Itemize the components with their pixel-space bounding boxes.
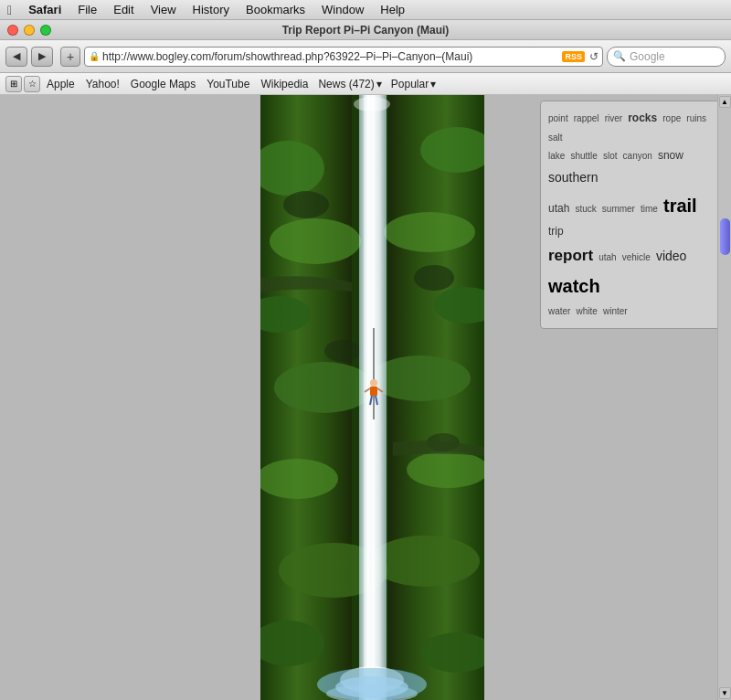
menu-history[interactable]: History	[185, 1, 237, 18]
search-icon: 🔍	[613, 50, 626, 62]
window-controls	[7, 25, 51, 36]
tag-time[interactable]: time	[641, 204, 658, 214]
news-arrow: ▾	[376, 78, 382, 90]
menu-bookmarks[interactable]: Bookmarks	[238, 1, 313, 18]
svg-rect-23	[359, 95, 387, 700]
apple-logo[interactable]: 	[7, 3, 12, 17]
svg-point-26	[354, 97, 390, 111]
svg-point-6	[270, 218, 361, 264]
svg-point-13	[384, 212, 475, 252]
minimize-button[interactable]	[24, 25, 35, 36]
main-content: point rappel river rocks rope ruins salt…	[0, 95, 731, 700]
forward-button[interactable]: ▶	[31, 47, 53, 67]
svg-point-19	[283, 191, 329, 218]
svg-point-21	[414, 265, 454, 291]
scroll-up-button[interactable]: ▲	[719, 96, 731, 108]
tag-shuttle[interactable]: shuttle	[570, 151, 597, 161]
tag-rocks[interactable]: rocks	[628, 111, 657, 124]
tag-summer[interactable]: summer	[602, 204, 635, 214]
left-sidebar	[0, 95, 210, 700]
svg-point-20	[324, 340, 361, 362]
tag-point[interactable]: point	[548, 113, 568, 123]
tag-white[interactable]: white	[577, 306, 598, 316]
tag-utah1[interactable]: utah	[548, 202, 569, 215]
popular-label: Popular	[391, 78, 429, 90]
url-text: http://www.bogley.com/forum/showthread.p…	[102, 50, 562, 63]
tag-rope[interactable]: rope	[662, 113, 681, 123]
center-content	[210, 95, 535, 700]
menu-view[interactable]: View	[143, 1, 184, 18]
waterfall-image	[260, 95, 484, 700]
bookmarks-bar: ⊞ ☆ Apple Yahoo! Google Maps YouTube Wik…	[0, 73, 731, 95]
news-label: News (472)	[318, 78, 374, 90]
tag-vehicle[interactable]: vehicle	[622, 252, 651, 262]
bookmark-yahoo[interactable]: Yahoo!	[81, 76, 124, 92]
tag-slot[interactable]: slot	[603, 151, 618, 161]
waterfall-svg	[260, 95, 484, 700]
scroll-down-button[interactable]: ▼	[719, 687, 731, 699]
menu-file[interactable]: File	[70, 1, 104, 18]
bookmark-apple[interactable]: Apple	[42, 76, 79, 92]
right-panel: point rappel river rocks rope ruins salt…	[535, 95, 731, 700]
bookmark-wikipedia[interactable]: Wikipedia	[256, 76, 313, 92]
tag-snow[interactable]: snow	[658, 149, 683, 162]
svg-rect-25	[366, 95, 370, 700]
refresh-button[interactable]: ↺	[589, 50, 599, 63]
toolbar: ◀ ▶ + 🔒 http://www.bogley.com/forum/show…	[0, 40, 731, 73]
svg-point-37	[335, 676, 408, 698]
close-button[interactable]	[7, 25, 18, 36]
scrollbar-track: ▲ ▼	[717, 95, 731, 700]
rss-badge[interactable]: RSS	[562, 51, 585, 62]
tag-river[interactable]: river	[605, 113, 622, 123]
tag-ruins[interactable]: ruins	[686, 113, 706, 123]
tag-video[interactable]: video	[656, 249, 686, 263]
menu-edit[interactable]: Edit	[106, 1, 141, 18]
maximize-button[interactable]	[40, 25, 51, 36]
search-bar[interactable]: 🔍 Google	[607, 47, 726, 67]
tag-report[interactable]: report	[548, 247, 593, 264]
page-title: Trip Report Pi–Pi Canyon (Maui)	[282, 24, 450, 37]
tag-watch[interactable]: watch	[548, 276, 600, 296]
svg-point-30	[370, 379, 377, 387]
svg-rect-31	[370, 387, 377, 396]
tag-canyon[interactable]: canyon	[623, 151, 652, 161]
bookmark-google-maps[interactable]: Google Maps	[126, 76, 200, 92]
popular-arrow: ▾	[430, 78, 436, 90]
tag-southern[interactable]: southern	[548, 170, 598, 185]
bookmark-news[interactable]: News (472) ▾	[314, 76, 385, 92]
back-button[interactable]: ◀	[5, 47, 27, 67]
tag-rappel[interactable]: rappel	[574, 113, 599, 123]
tag-trip[interactable]: trip	[548, 225, 564, 238]
sidebar-toggle-icon[interactable]: ⊞	[5, 76, 22, 92]
tag-cloud-box: point rappel river rocks rope ruins salt…	[540, 101, 726, 329]
tag-trail[interactable]: trail	[663, 196, 697, 216]
tag-salt[interactable]: salt	[548, 133, 563, 143]
lock-icon: 🔒	[89, 51, 100, 61]
bookmarks-icon[interactable]: ☆	[24, 76, 40, 92]
tag-water[interactable]: water	[548, 306, 570, 316]
menu-safari[interactable]: Safari	[21, 1, 69, 18]
scrollbar-thumb[interactable]	[720, 218, 730, 255]
tag-lake[interactable]: lake	[548, 151, 565, 161]
tag-utah2[interactable]: utah	[599, 252, 616, 262]
search-placeholder: Google	[630, 50, 665, 63]
menu-window[interactable]: Window	[314, 1, 371, 18]
bookmark-popular[interactable]: Popular ▾	[387, 76, 440, 92]
menu-help[interactable]: Help	[373, 1, 412, 18]
menu-bar:  Safari File Edit View History Bookmark…	[0, 0, 731, 20]
bookmark-youtube[interactable]: YouTube	[202, 76, 254, 92]
tag-stuck[interactable]: stuck	[575, 204, 596, 214]
title-bar: Trip Report Pi–Pi Canyon (Maui)	[0, 20, 731, 40]
tag-winter[interactable]: winter	[603, 306, 628, 316]
address-bar[interactable]: 🔒 http://www.bogley.com/forum/showthread…	[84, 47, 603, 67]
add-tab-button[interactable]: +	[60, 47, 80, 67]
